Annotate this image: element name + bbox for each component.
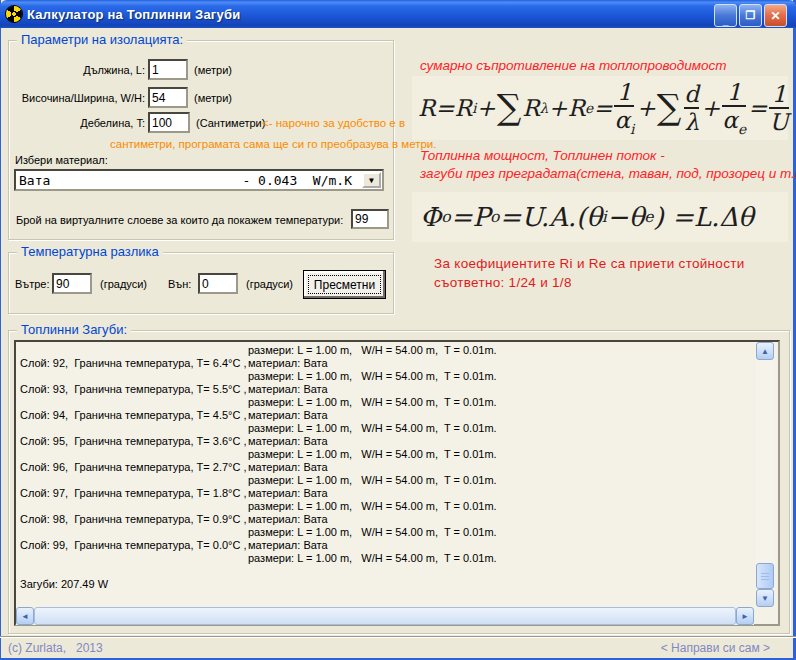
copyright-text: (c) Zurlata, 2013	[8, 641, 103, 655]
status-separator	[0, 636, 796, 637]
resistance-formula: R = Ri + ∑Rλ + Re = 1αi + ∑dλ + 1αe = 1U	[412, 76, 788, 140]
temp-difference-title: Температурна разлика	[17, 244, 163, 259]
length-label: Дължина, L:	[5, 64, 145, 76]
list-item[interactable]: размери: L = 1.00 m, W/H = 54.00 m, T = …	[16, 500, 753, 513]
maximize-button[interactable]: ❐	[739, 4, 762, 27]
material-label: Избери материал:	[15, 154, 108, 166]
thickness-note-line1: <- нарочно за удобство е в	[262, 117, 405, 129]
list-item[interactable]: размери: L = 1.00 m, W/H = 54.00 m, T = …	[16, 370, 753, 383]
material-coefficient: - 0.043 W/m.K	[242, 173, 352, 188]
power-caption-line1: Топлинна мощност, Топлинен поток -	[420, 148, 665, 163]
outside-unit: (градуси)	[246, 278, 293, 290]
list-item[interactable]: Слой: 97, Гранична температура, T= 1.8°C…	[16, 487, 753, 500]
radiation-trefoil-icon	[6, 6, 22, 22]
list-item[interactable]: размери: L = 1.00 m, W/H = 54.00 m, T = …	[16, 422, 753, 435]
list-item[interactable]: размери: L = 1.00 m, W/H = 54.00 m, T = …	[16, 552, 753, 565]
list-item[interactable]: Загуби: 207.49 W	[16, 578, 753, 591]
list-item[interactable]: Слой: 98, Гранична температура, T= 0.9°C…	[16, 513, 753, 526]
vertical-scroll-thumb[interactable]	[756, 563, 774, 589]
vertical-scrollbar[interactable]: ▲ ▼	[756, 342, 775, 607]
list-item[interactable]: размери: L = 1.00 m, W/H = 54.00 m, T = …	[16, 448, 753, 461]
layers-input[interactable]	[351, 209, 389, 229]
length-input[interactable]	[148, 59, 188, 80]
horizontal-scroll-thumb[interactable]	[34, 607, 736, 625]
power-caption-line2: загуби през преградата(стена, таван, под…	[420, 166, 796, 181]
thickness-unit: (Сантиметри)	[196, 117, 265, 129]
insulation-params-title: Параметри на изолацията:	[17, 32, 187, 47]
list-item[interactable]: размери: L = 1.00 m, W/H = 54.00 m, T = …	[16, 344, 753, 357]
heat-losses-title: Топлинни Загуби:	[17, 322, 131, 337]
width-input[interactable]	[148, 87, 188, 108]
list-item[interactable]: размери: L = 1.00 m, W/H = 54.00 m, T = …	[16, 396, 753, 409]
scroll-down-icon[interactable]: ▼	[756, 589, 774, 607]
scroll-right-icon[interactable]: ►	[736, 607, 754, 625]
loss-list-content: размери: L = 1.00 m, W/H = 54.00 m, T = …	[16, 344, 753, 606]
inside-unit: (градуси)	[100, 278, 147, 290]
outside-label: Вън:	[168, 278, 191, 290]
thickness-note-line2: сантиметри, програмата сама ще си го пре…	[110, 138, 436, 150]
list-item[interactable]: Слой: 92, Гранична температура, T= 6.4°C…	[16, 357, 753, 370]
list-item[interactable]	[16, 565, 753, 578]
chevron-down-icon[interactable]: ▼	[362, 172, 381, 188]
material-dropdown[interactable]: Вата - 0.043 W/m.K ▼	[14, 169, 384, 191]
horizontal-scrollbar[interactable]: ◄ ►	[16, 607, 754, 625]
list-item[interactable]: Слой: 96, Гранична температура, T= 2.7°C…	[16, 461, 753, 474]
title-bar: Калкулатор на Топлинни Загуби _ ❐ ✕	[0, 0, 796, 28]
window-title: Калкулатор на Топлинни Загуби	[27, 7, 240, 22]
list-item[interactable]: Слой: 93, Гранична температура, T= 5.5°C…	[16, 383, 753, 396]
app-window: Калкулатор на Топлинни Загуби _ ❐ ✕ Пара…	[0, 0, 796, 660]
list-item[interactable]: размери: L = 1.00 m, W/H = 54.00 m, T = …	[16, 474, 753, 487]
width-label: Височина/Ширина, W/H:	[5, 92, 145, 104]
length-unit: (метри)	[194, 64, 232, 76]
material-selected-value: Вата	[19, 173, 50, 188]
coefficient-note-line2: съответно: 1/24 и 1/8	[434, 275, 572, 290]
list-item[interactable]: размери: L = 1.00 m, W/H = 54.00 m, T = …	[16, 526, 753, 539]
list-item[interactable]: Слой: 94, Гранична температура, T= 4.5°C…	[16, 409, 753, 422]
thickness-label: Дебелина, T:	[5, 117, 145, 129]
inside-label: Вътре:	[15, 278, 50, 290]
outside-input[interactable]	[198, 273, 238, 294]
thickness-input[interactable]	[148, 112, 190, 133]
layers-label: Брой на виртуалните слоеве за които да п…	[16, 214, 343, 226]
resistance-caption: сумарно съпротивление на топлопроводимос…	[420, 58, 727, 73]
inside-input[interactable]	[52, 273, 92, 294]
coefficient-note-line1: За коефициентите Ri и Re са приети стойн…	[434, 256, 745, 271]
list-item[interactable]: Слой: 95, Гранична температура, T= 3.6°C…	[16, 435, 753, 448]
width-unit: (метри)	[194, 92, 232, 104]
calculate-button[interactable]: Пресметни	[303, 270, 386, 299]
scroll-left-icon[interactable]: ◄	[16, 607, 34, 625]
heat-flux-formula: Φo = Po = U.A.(θi − θe) =L.Δθ	[412, 192, 788, 242]
list-item[interactable]: Слой: 99, Гранична температура, T= 0.0°C…	[16, 539, 753, 552]
close-button[interactable]: ✕	[764, 4, 787, 27]
scroll-up-icon[interactable]: ▲	[756, 342, 774, 360]
minimize-button[interactable]: _	[714, 4, 737, 27]
diy-link[interactable]: < Направи си сам >	[661, 641, 770, 655]
